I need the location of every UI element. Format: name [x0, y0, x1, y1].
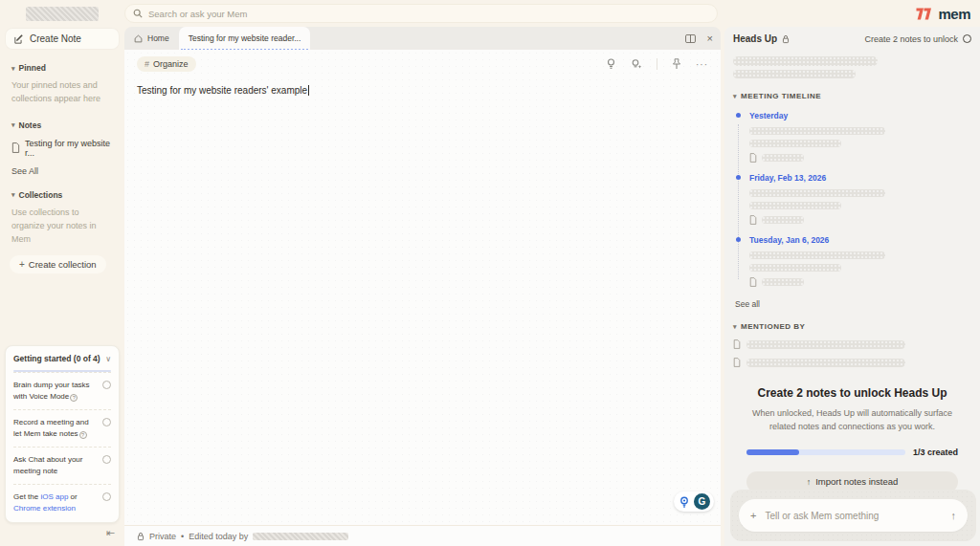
document-icon	[733, 358, 741, 367]
chat-input[interactable]	[765, 511, 942, 521]
chevron-down-icon: ▾	[733, 93, 737, 99]
timeline-entry[interactable]: Friday, Feb 13, 2026	[736, 173, 971, 225]
pin-icon[interactable]	[672, 58, 681, 70]
unlock-hint-row: Create 2 notes to unlock	[864, 34, 971, 44]
placeholder-bar	[749, 189, 885, 197]
getting-started-header[interactable]: Getting started (0 of 4) ∨	[13, 354, 111, 363]
timeline-date[interactable]: Tuesday, Jan 6, 2026	[749, 235, 971, 245]
notes-section-header[interactable]: ▾ Notes	[11, 120, 113, 130]
note-item-title: Testing for my website r...	[25, 139, 113, 158]
search-bar[interactable]	[124, 4, 718, 23]
edited-label: Edited today by	[189, 532, 248, 541]
editor-name-redacted	[253, 533, 348, 540]
placeholder-bar	[762, 216, 804, 224]
chrome-extension-link[interactable]: Chrome extension	[13, 504, 76, 513]
sidebar-note-item[interactable]: Testing for my website r...	[11, 139, 113, 158]
tab-home[interactable]: Home	[124, 27, 179, 50]
create-note-label: Create Note	[30, 33, 81, 44]
document-icon	[749, 153, 757, 163]
search-input[interactable]	[148, 9, 709, 19]
see-all-link[interactable]: See All	[11, 166, 113, 176]
checklist-item-label: Ask Chat about your meeting note	[13, 454, 92, 477]
timeline-entry[interactable]: Yesterday	[736, 111, 971, 163]
assistant-bulb-icon	[678, 495, 691, 509]
note-body-text[interactable]: Testing for my website readers' example	[137, 85, 708, 96]
collections-empty-text: Use collections to organize your notes i…	[11, 207, 113, 247]
notes-label: Notes	[19, 120, 42, 130]
timeline-date[interactable]: Yesterday	[749, 111, 971, 120]
create-collection-button[interactable]: + Create collection	[10, 255, 106, 273]
mentioned-by-row[interactable]	[733, 339, 971, 349]
help-icon[interactable]: ?	[79, 431, 87, 439]
chevron-collapse-icon[interactable]: ∨	[105, 355, 111, 363]
checkbox-circle[interactable]	[102, 492, 111, 501]
placeholder-bar	[749, 264, 841, 272]
timeline-dot	[736, 175, 741, 180]
lock-icon	[137, 532, 145, 541]
note-toolbar-icons: ···	[606, 58, 708, 70]
more-options-icon[interactable]: ···	[696, 59, 708, 70]
pinned-section-header[interactable]: ▾ Pinned	[11, 63, 113, 73]
timeline-date[interactable]: Friday, Feb 13, 2026	[749, 173, 971, 183]
note-editor[interactable]: # Organize ··· Testing for my website re…	[124, 50, 721, 525]
insights-bulb-icon[interactable]	[606, 58, 616, 70]
unlock-progress-fill	[746, 449, 799, 455]
create-note-button[interactable]: Create Note	[6, 29, 119, 49]
workspace-switcher[interactable]	[0, 7, 124, 21]
send-arrow-icon[interactable]: ↑	[951, 510, 957, 521]
collections-section-header[interactable]: ▾ Collections	[11, 190, 113, 200]
timeline-dot	[736, 237, 741, 242]
timeline-entry[interactable]: Tuesday, Jan 6, 2026	[736, 235, 971, 287]
ios-app-link[interactable]: iOS app	[40, 492, 68, 501]
plus-icon[interactable]: +	[750, 510, 756, 521]
checklist-item-record-meeting[interactable]: Record a meeting and let Mem take notes?	[13, 409, 111, 447]
close-icon[interactable]: ×	[707, 33, 713, 44]
split-view-icon[interactable]	[685, 34, 696, 43]
tab-note-active[interactable]: Testing for my website reader...	[179, 27, 311, 50]
timeline-dot	[736, 113, 741, 118]
tab-strip: Home Testing for my website reader... ×	[124, 27, 721, 50]
mentioned-by-label: MENTIONED BY	[741, 322, 805, 331]
placeholder-bar	[749, 251, 885, 259]
home-icon	[134, 34, 143, 43]
progress-ring-icon	[963, 34, 971, 43]
timeline-see-all-link[interactable]: See all	[735, 299, 971, 309]
unlock-card: Create 2 notes to unlock Heads Up When u…	[733, 386, 971, 492]
collapse-sidebar-icon[interactable]: ⇤	[106, 527, 115, 539]
create-collection-label: Create collection	[29, 259, 97, 270]
chat-input-pill[interactable]: + ↑	[739, 499, 968, 532]
hash-icon: #	[145, 59, 149, 69]
checklist-item-voice-mode[interactable]: Brain dump your tasks with Voice Mode?	[13, 372, 111, 409]
grammarly-icon: G	[694, 493, 710, 510]
meeting-timeline-label: MEETING TIMELINE	[741, 92, 821, 100]
tab-home-label: Home	[147, 33, 169, 43]
help-icon[interactable]: ?	[70, 394, 78, 402]
placeholder-bar	[733, 70, 856, 78]
toolbar-divider	[657, 58, 657, 70]
upload-icon: ↑	[807, 477, 812, 487]
checklist-item-label: Record a meeting and let Mem take notes?	[13, 417, 92, 440]
document-icon	[749, 215, 757, 225]
status-separator: •	[181, 532, 184, 541]
placeholder-bar	[746, 359, 905, 367]
chevron-down-icon: ▾	[11, 65, 15, 72]
chat-dock: + ↑	[730, 490, 976, 541]
placeholder-bar	[749, 140, 841, 147]
unlock-progress-row: 1/3 created	[746, 448, 958, 457]
grammarly-widget[interactable]: G	[674, 491, 714, 512]
checkbox-circle[interactable]	[102, 381, 111, 389]
mentioned-by-header[interactable]: ▾ MENTIONED BY	[733, 322, 971, 331]
top-bar: mem	[0, 0, 980, 27]
organize-tag-chip[interactable]: # Organize	[137, 56, 196, 72]
checklist-item-ask-chat[interactable]: Ask Chat about your meeting note	[13, 447, 111, 484]
organize-tag-label: Organize	[153, 59, 189, 69]
ai-suggest-icon[interactable]	[631, 58, 642, 70]
timeline-doc-row	[749, 215, 971, 225]
checklist-item-get-apps[interactable]: Get the iOS app or Chrome extension	[13, 484, 111, 521]
mentioned-by-row[interactable]	[733, 358, 971, 367]
placeholder-bar	[762, 154, 804, 162]
checkbox-circle[interactable]	[102, 455, 111, 464]
checkbox-circle[interactable]	[102, 418, 111, 426]
main-editor-area: Home Testing for my website reader... × …	[124, 27, 721, 546]
meeting-timeline-header[interactable]: ▾ MEETING TIMELINE	[733, 92, 971, 100]
